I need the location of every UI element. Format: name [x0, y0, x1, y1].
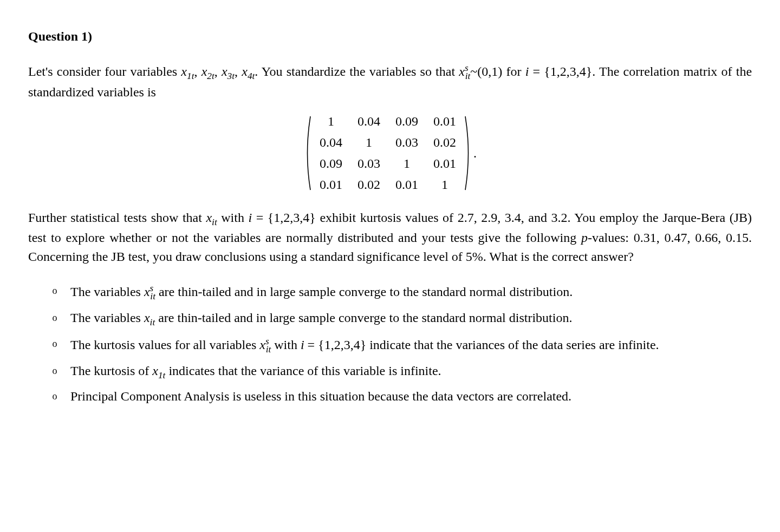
- option-d[interactable]: o The kurtosis of x1t indicates that the…: [49, 362, 752, 382]
- var-x2-sub: 2t: [207, 71, 214, 81]
- p2-var-x-sub: it: [212, 216, 217, 227]
- option-label: Principal Component Analysis is useless …: [70, 387, 752, 406]
- p2-var-x: x: [206, 211, 212, 225]
- option-c[interactable]: o The kurtosis values for all variables …: [49, 334, 752, 356]
- option-label: The variables xit are thin-tailed and in…: [70, 308, 752, 329]
- var-x1: x: [181, 64, 187, 78]
- matrix-cell: 0.02: [350, 174, 388, 195]
- opt-text-pre: Principal Component Analysis is useless …: [70, 389, 571, 403]
- var-xs-sub: it: [465, 71, 471, 81]
- paragraph-1: Let's consider four variables x1t, x2t, …: [28, 61, 752, 102]
- matrix-table: 10.040.090.01 0.0410.030.02 0.090.0310.0…: [312, 111, 464, 195]
- radio-icon: o: [49, 308, 61, 327]
- opt-var-sub: it: [150, 317, 155, 327]
- radio-icon: o: [49, 387, 61, 405]
- matrix-cell: 1: [426, 174, 464, 195]
- matrix-cell: 1: [350, 132, 388, 153]
- table-row: 10.040.090.01: [312, 111, 464, 132]
- radio-icon: o: [49, 362, 61, 380]
- option-a[interactable]: o The variables xsit are thin-tailed and…: [49, 281, 752, 303]
- matrix-cell: 0.04: [350, 111, 388, 132]
- opt-var-sub: it: [266, 344, 271, 354]
- matrix-cell: 0.02: [426, 132, 464, 153]
- paragraph-2: Further statistical tests show that xit …: [28, 208, 752, 266]
- opt-var: x: [144, 285, 150, 299]
- option-e[interactable]: o Principal Component Analysis is useles…: [49, 387, 752, 406]
- table-row: 0.090.0310.01: [312, 153, 464, 174]
- option-b[interactable]: o The variables xit are thin-tailed and …: [49, 308, 752, 329]
- table-row: 0.010.020.011: [312, 174, 464, 195]
- matrix-cell: 0.09: [312, 153, 350, 174]
- var-xs: x: [459, 64, 465, 78]
- matrix-period: .: [472, 111, 477, 195]
- p2-pvalue-label: p: [581, 231, 588, 245]
- opt-text-mid: with: [271, 338, 301, 352]
- matrix-cell: 0.03: [388, 132, 426, 153]
- p1-text-a: Let's consider four variables: [28, 64, 181, 78]
- matrix-cell: 0.01: [388, 174, 426, 195]
- radio-icon: o: [49, 281, 61, 300]
- opt-var-i: i: [301, 338, 304, 352]
- opt-text-post: are thin-tailed and in large sample conv…: [155, 311, 572, 325]
- matrix-cell: 0.09: [388, 111, 426, 132]
- opt-text-pre: The variables: [70, 311, 144, 325]
- question-heading: Question 1): [28, 27, 752, 46]
- opt-text-pre: The kurtosis of: [70, 364, 152, 378]
- opt-var-sub: 1t: [158, 370, 165, 380]
- right-paren-icon: [464, 111, 472, 195]
- var-x2: x: [202, 64, 207, 78]
- matrix-cell: 0.01: [426, 111, 464, 132]
- p1-text-b: . You standardize the variables so that: [255, 64, 459, 78]
- opt-text-pre: The kurtosis values for all variables: [70, 338, 259, 352]
- p2-text-b: with: [217, 211, 249, 225]
- left-paren-icon: [303, 111, 312, 195]
- radio-icon: o: [49, 334, 61, 353]
- answer-options: o The variables xsit are thin-tailed and…: [28, 281, 752, 406]
- var-x3: x: [222, 64, 227, 78]
- p1-text-c: ~(0,1) for: [470, 64, 525, 78]
- opt-text-post: are thin-tailed and in large sample conv…: [155, 285, 573, 299]
- option-label: The kurtosis values for all variables xs…: [70, 334, 752, 356]
- matrix-cell: 0.01: [312, 174, 350, 195]
- opt-var-sub: it: [150, 291, 155, 301]
- opt-var: x: [259, 338, 265, 352]
- var-x1-sub: 1t: [187, 71, 194, 81]
- matrix-cell: 0.01: [426, 153, 464, 174]
- matrix-cell: 0.03: [350, 153, 388, 174]
- table-row: 0.0410.030.02: [312, 132, 464, 153]
- opt-text-post: = {1,2,3,4} indicate that the variances …: [304, 338, 659, 352]
- matrix-cell: 1: [388, 153, 426, 174]
- option-label: The variables xsit are thin-tailed and i…: [70, 281, 752, 303]
- correlation-matrix: 10.040.090.01 0.0410.030.02 0.090.0310.0…: [28, 111, 752, 195]
- matrix-cell: 1: [312, 111, 350, 132]
- opt-text-post: indicates that the variance of this vari…: [165, 364, 441, 378]
- var-x3-sub: 3t: [227, 71, 235, 81]
- opt-var: x: [152, 364, 158, 378]
- matrix-cell: 0.04: [312, 132, 350, 153]
- option-label: The kurtosis of x1t indicates that the v…: [70, 362, 752, 382]
- var-x4: x: [242, 64, 248, 78]
- opt-text-pre: The variables: [70, 285, 144, 299]
- var-x4-sub: 4t: [248, 71, 255, 81]
- p2-text-a: Further statistical tests show that: [28, 211, 206, 225]
- opt-var: x: [144, 311, 150, 325]
